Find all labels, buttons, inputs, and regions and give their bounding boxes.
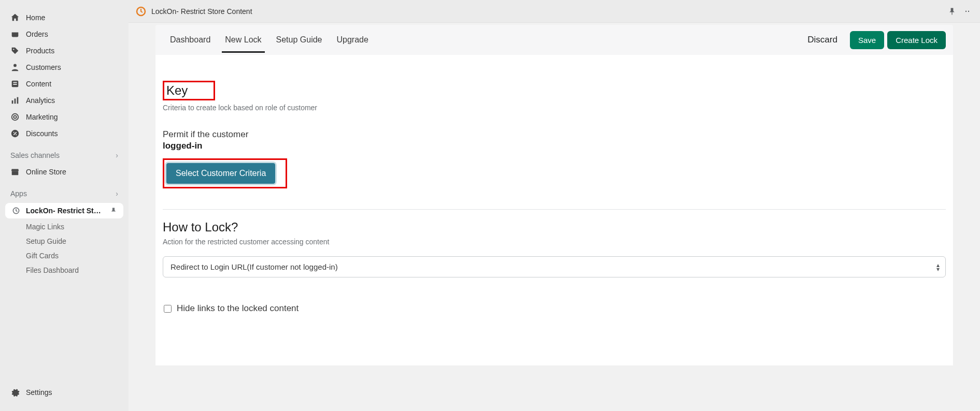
lock-action-select[interactable]: Redirect to Login URL(If customer not lo… (163, 256, 946, 277)
sidebar-section-label: Sales channels (10, 151, 60, 159)
app-logo-icon (136, 6, 146, 17)
orders-icon (10, 30, 20, 39)
sidebar-item-label: Online Store (26, 168, 66, 176)
permit-value: logged-in (163, 141, 946, 151)
svg-rect-15 (12, 171, 19, 175)
svg-rect-0 (12, 32, 19, 37)
create-lock-button[interactable]: Create Lock (887, 31, 946, 49)
tag-icon (10, 46, 20, 55)
topbar: LockOn- Restrict Store Content ·· (129, 0, 980, 23)
sidebar-section-apps[interactable]: Apps › (0, 185, 129, 202)
key-section: Key Criteria to create lock based on rol… (163, 70, 946, 210)
key-title: Key (166, 83, 188, 98)
main-area: LockOn- Restrict Store Content ·· Dashbo… (129, 0, 980, 411)
sidebar-subitem-setup-guide[interactable]: Setup Guide (0, 234, 129, 248)
pin-icon[interactable] (110, 207, 117, 214)
hide-links-label: Hide links to the locked content (177, 303, 299, 314)
pin-icon[interactable] (947, 6, 957, 17)
key-desc: Criteria to create lock based on role of… (163, 104, 946, 112)
svg-rect-8 (15, 98, 16, 104)
sidebar-item-label: Marketing (26, 113, 58, 121)
store-icon (10, 167, 20, 177)
app-title: LockOn- Restrict Store Content (151, 7, 252, 16)
sidebar-item-online-store[interactable]: Online Store (0, 164, 129, 180)
sidebar-item-label: Analytics (26, 96, 55, 105)
svg-point-11 (13, 115, 16, 118)
tab-new-lock[interactable]: New Lock (218, 27, 268, 53)
permit-label: Permit if the customer (163, 129, 946, 140)
sidebar-subitem-files-dashboard[interactable]: Files Dashboard (0, 263, 129, 277)
sidebar-item-home[interactable]: Home (0, 9, 129, 26)
sidebar-item-analytics[interactable]: Analytics (0, 92, 129, 109)
sidebar-item-marketing[interactable]: Marketing (0, 109, 129, 125)
sidebar-app-label: LockOn- Restrict Stor... (26, 207, 105, 215)
highlight-box-criteria: Select Customer Criteria (163, 158, 287, 188)
sidebar-item-label: Orders (26, 30, 48, 38)
sidebar-item-customers[interactable]: Customers (0, 59, 129, 76)
sidebar-item-discounts[interactable]: Discounts (0, 125, 129, 142)
svg-point-13 (13, 132, 15, 133)
sidebar-item-label: Discounts (26, 129, 58, 138)
save-button[interactable]: Save (850, 31, 884, 49)
tab-dashboard[interactable]: Dashboard (163, 27, 218, 53)
sidebar: Home Orders Products Customers Content A… (0, 0, 129, 411)
tab-upgrade[interactable]: Upgrade (329, 27, 375, 53)
sidebar-section-label: Apps (10, 189, 27, 198)
discard-link[interactable]: Discard (798, 35, 847, 45)
sidebar-item-orders[interactable]: Orders (0, 26, 129, 42)
select-customer-criteria-button[interactable]: Select Customer Criteria (166, 163, 275, 184)
how-title: How to Lock? (163, 220, 946, 234)
chevron-right-icon: › (116, 151, 118, 159)
svg-rect-1 (12, 31, 19, 33)
sidebar-section-sales-channels[interactable]: Sales channels › (0, 147, 129, 164)
svg-point-10 (12, 114, 19, 121)
sidebar-subitem-gift-cards[interactable]: Gift Cards (0, 248, 129, 263)
sidebar-item-label: Settings (26, 388, 52, 397)
content-icon (10, 79, 20, 89)
how-desc: Action for the restricted customer acces… (163, 238, 946, 246)
sidebar-item-content[interactable]: Content (0, 76, 129, 92)
tab-setup-guide[interactable]: Setup Guide (269, 27, 330, 53)
hide-links-row[interactable]: Hide links to the locked content (163, 303, 946, 314)
analytics-icon (10, 96, 20, 105)
sidebar-item-label: Content (26, 80, 51, 88)
svg-rect-5 (13, 82, 17, 83)
svg-point-14 (16, 134, 17, 135)
sidebar-subitem-magic-links[interactable]: Magic Links (0, 219, 129, 234)
user-icon (10, 63, 20, 72)
gear-icon (10, 388, 20, 397)
svg-rect-9 (17, 97, 19, 104)
chevron-right-icon: › (116, 189, 118, 198)
sidebar-item-label: Customers (26, 63, 61, 71)
hide-links-checkbox[interactable] (164, 305, 172, 313)
sidebar-item-settings[interactable]: Settings (0, 384, 129, 401)
lock-app-icon (11, 206, 21, 215)
target-icon (10, 112, 20, 122)
svg-rect-7 (12, 100, 13, 104)
home-icon (10, 13, 20, 22)
svg-point-2 (13, 49, 14, 50)
sidebar-item-products[interactable]: Products (0, 42, 129, 59)
sidebar-app-lockon[interactable]: LockOn- Restrict Stor... (5, 203, 123, 218)
highlight-box-key: Key (163, 81, 215, 100)
svg-point-3 (13, 64, 17, 67)
how-to-lock-section: How to Lock? Action for the restricted c… (163, 210, 946, 334)
sidebar-item-label: Home (26, 13, 45, 22)
sidebar-item-label: Products (26, 47, 54, 55)
discount-icon (10, 129, 20, 138)
tabbar: Dashboard New Lock Setup Guide Upgrade D… (155, 25, 953, 55)
svg-rect-6 (13, 84, 17, 85)
form-panel: Key Criteria to create lock based on rol… (155, 55, 953, 365)
more-icon[interactable]: ·· (962, 6, 973, 17)
